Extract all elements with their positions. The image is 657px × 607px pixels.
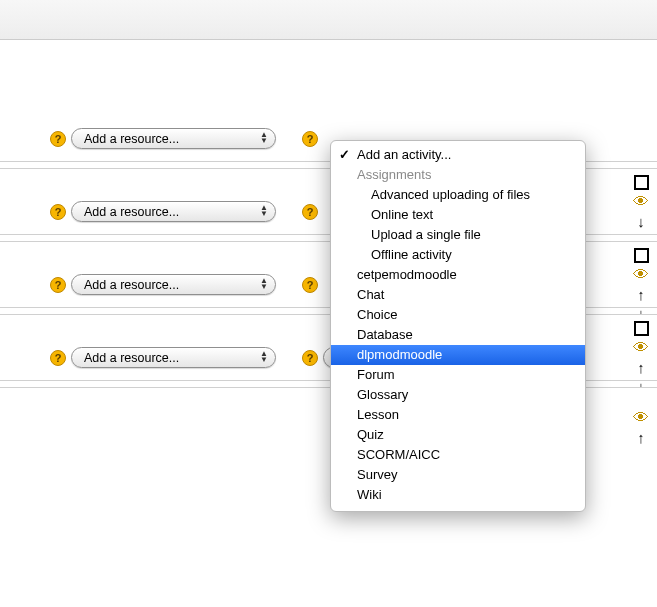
menu-item-label: SCORM/AICC <box>357 447 440 462</box>
help-icon[interactable]: ? <box>302 277 318 293</box>
menu-item-label: Offline activity <box>371 247 452 262</box>
menu-item-label: Add an activity... <box>357 147 451 162</box>
menu-item-label: Quiz <box>357 427 384 442</box>
menu-item[interactable]: Online text <box>331 205 585 225</box>
menu-item-placeholder[interactable]: Add an activity... <box>331 145 585 165</box>
menu-item[interactable]: Database <box>331 325 585 345</box>
add-resource-select[interactable]: Add a resource... <box>71 347 276 368</box>
section-checkbox[interactable] <box>634 175 649 190</box>
select-label: Add a resource... <box>84 278 179 292</box>
help-icon[interactable]: ? <box>50 204 66 220</box>
menu-item-label: Upload a single file <box>371 227 481 242</box>
updown-icon <box>259 351 269 363</box>
select-label: Add a resource... <box>84 205 179 219</box>
menu-item[interactable]: Upload a single file <box>331 225 585 245</box>
menu-item[interactable]: Glossary <box>331 385 585 405</box>
updown-icon <box>259 278 269 290</box>
menu-item-label: dlpmodmoodle <box>357 347 442 362</box>
menu-item[interactable]: Offline activity <box>331 245 585 265</box>
menu-item-label: Forum <box>357 367 395 382</box>
menu-item-label: Glossary <box>357 387 408 402</box>
menu-item[interactable]: Chat <box>331 285 585 305</box>
menu-item-label: Choice <box>357 307 397 322</box>
section-checkbox[interactable] <box>634 321 649 336</box>
menu-group-assignments: Assignments <box>331 165 585 185</box>
menu-item[interactable]: cetpemodmoodle <box>331 265 585 285</box>
menu-group-label: Assignments <box>357 167 431 182</box>
menu-item[interactable]: Survey <box>331 465 585 485</box>
eye-icon[interactable]: 👁 <box>633 340 649 356</box>
select-label: Add a resource... <box>84 351 179 365</box>
menu-item-label: Online text <box>371 207 433 222</box>
updown-icon <box>259 132 269 144</box>
activity-dropdown-menu[interactable]: Add an activity... Assignments Advanced … <box>330 140 586 512</box>
menu-item-label: cetpemodmoodle <box>357 267 457 282</box>
arrow-up-icon[interactable]: ↑ <box>637 287 645 302</box>
arrow-down-icon[interactable]: ↓ <box>637 214 645 229</box>
updown-icon <box>259 205 269 217</box>
menu-item-label: Advanced uploading of files <box>371 187 530 202</box>
menu-item[interactable]: Quiz <box>331 425 585 445</box>
eye-icon[interactable]: 👁 <box>633 194 649 210</box>
menu-item-label: Database <box>357 327 413 342</box>
select-label: Add a resource... <box>84 132 179 146</box>
menu-item[interactable]: Forum <box>331 365 585 385</box>
menu-item-label: Wiki <box>357 487 382 502</box>
menu-item-label: Survey <box>357 467 397 482</box>
help-icon[interactable]: ? <box>302 204 318 220</box>
section-checkbox[interactable] <box>634 248 649 263</box>
menu-item[interactable]: SCORM/AICC <box>331 445 585 465</box>
menu-item[interactable]: Advanced uploading of files <box>331 185 585 205</box>
help-icon[interactable]: ? <box>50 277 66 293</box>
add-resource-select[interactable]: Add a resource... <box>71 201 276 222</box>
arrow-up-icon[interactable]: ↑ <box>637 360 645 375</box>
menu-item[interactable]: Choice <box>331 305 585 325</box>
menu-item-highlighted[interactable]: dlpmodmoodle <box>331 345 585 365</box>
help-icon[interactable]: ? <box>50 350 66 366</box>
help-icon[interactable]: ? <box>302 350 318 366</box>
eye-icon[interactable]: 👁 <box>633 410 649 426</box>
eye-icon[interactable]: 👁 <box>633 267 649 283</box>
menu-item-label: Chat <box>357 287 384 302</box>
add-resource-select[interactable]: Add a resource... <box>71 128 276 149</box>
add-resource-select[interactable]: Add a resource... <box>71 274 276 295</box>
help-icon[interactable]: ? <box>302 131 318 147</box>
arrow-up-icon[interactable]: ↑ <box>637 430 645 445</box>
menu-item[interactable]: Lesson <box>331 405 585 425</box>
toolbar <box>0 0 657 40</box>
menu-item[interactable]: Wiki <box>331 485 585 505</box>
menu-item-label: Lesson <box>357 407 399 422</box>
help-icon[interactable]: ? <box>50 131 66 147</box>
